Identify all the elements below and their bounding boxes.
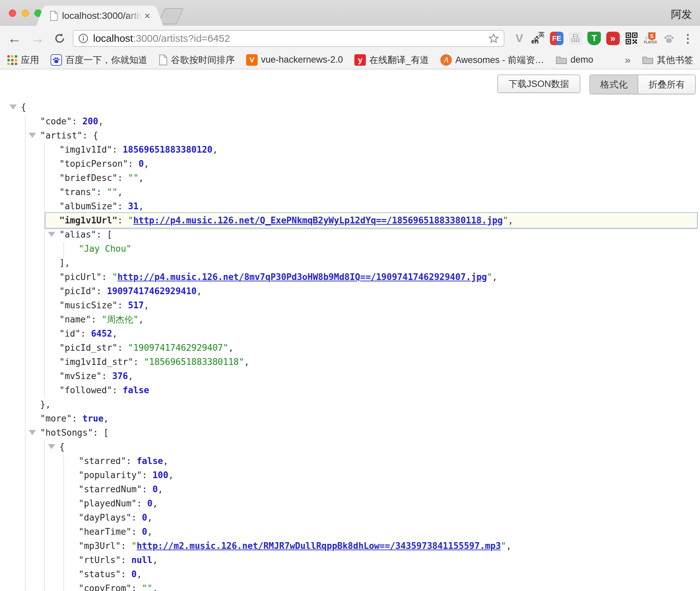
json-token-str: "" — [128, 173, 139, 183]
fe-extension-icon[interactable]: FE — [549, 31, 564, 46]
json-token-punc: , — [128, 371, 134, 381]
json-token-key: "img1v1Id" — [59, 145, 112, 155]
json-token-punc: : [ — [96, 229, 112, 240]
json-row: "hotSongs": [ — [0, 426, 700, 440]
json-url-link[interactable]: http://m2.music.126.net/RMJR7wDullRqppBk… — [137, 541, 501, 551]
bookmark-item-2[interactable]: 谷歌按时间排序 — [159, 54, 235, 66]
json-token-punc: , — [139, 201, 144, 211]
json-row: "mvSize": 376, — [0, 369, 700, 383]
json-token-key: "starredNum" — [79, 484, 142, 494]
json-url-link[interactable]: http://p4.music.126.net/8mv7qP30Pd3oHW8b… — [117, 272, 487, 282]
bookmarks-overflow-chevron[interactable]: » — [625, 54, 631, 66]
json-token-punc: : — [121, 541, 131, 551]
translate-extension-icon[interactable]: ⇄英en — [531, 31, 546, 46]
json-token-num: 0 — [132, 569, 137, 579]
browser-window: localhost:3000/artists?id=645 × 阿发 ← → l… — [0, 0, 700, 591]
json-url-link[interactable]: http://p4.music.126.net/Q_ExePNkmqB2yWyL… — [133, 215, 503, 225]
bookmark-item-4[interactable]: y在线翻译_有道 — [354, 54, 429, 66]
video-fastforward-extension-icon[interactable]: » — [606, 31, 620, 46]
view-mode-group: 格式化 折叠所有 — [589, 74, 696, 94]
tab-close-icon[interactable]: × — [144, 11, 150, 21]
json-row: ], — [0, 256, 700, 270]
tampermonkey-extension-icon[interactable]: T — [587, 31, 602, 46]
collapse-all-button[interactable]: 折叠所有 — [638, 75, 695, 94]
json-row: "alias": [ — [0, 227, 700, 242]
json-token-punc: : — [96, 187, 107, 197]
json-token-punc: ], — [59, 258, 70, 268]
bookmark-item-5[interactable]: AAwesomes - 前端资… — [440, 54, 544, 66]
json-token-punc: : — [121, 569, 131, 579]
other-bookmarks-folder[interactable]: 其他书签 — [642, 54, 693, 66]
bookmark-label: 其他书签 — [657, 54, 693, 66]
address-bar[interactable]: localhost:3000/artists?id=6452 — [73, 30, 504, 47]
minimize-window-button[interactable] — [22, 9, 29, 17]
json-token-num: 0 — [139, 159, 144, 169]
json-token-punc: : — [142, 470, 152, 480]
profile-name[interactable]: 阿发 — [671, 7, 692, 22]
json-token-punc: , — [168, 470, 174, 480]
json-row: "picId": 19097417462929410, — [0, 284, 700, 298]
browser-tab[interactable]: localhost:3000/artists?id=645 × — [45, 6, 154, 26]
json-token-punc: , — [112, 329, 118, 339]
folder-icon — [642, 55, 653, 65]
back-button[interactable]: ← — [7, 31, 22, 45]
json-row: "albumSize": 31, — [0, 199, 700, 213]
json-token-key: "img1v1Id_str" — [59, 357, 133, 367]
forward-button[interactable]: → — [30, 31, 45, 45]
json-token-key: "picId_str" — [59, 343, 117, 353]
json-token-key: "albumSize" — [59, 201, 117, 211]
json-token-key: "more" — [40, 413, 72, 424]
json-token-punc: , — [152, 555, 158, 565]
apps-grid-icon — [7, 55, 18, 65]
json-token-keyb: "img1v1Url" — [59, 215, 117, 225]
json-token-key: "picId" — [59, 286, 96, 296]
json-token-punc: : { — [82, 130, 98, 141]
info-icon[interactable] — [78, 33, 88, 43]
url-text[interactable]: localhost:3000/artists?id=6452 — [93, 33, 486, 44]
json-row: "img1v1Id": 18569651883380120, — [0, 143, 700, 157]
vue-extension-icon[interactable]: V — [512, 31, 527, 46]
json-token-num: 376 — [112, 371, 128, 381]
baidu-paw-icon — [51, 54, 62, 66]
bookmark-star-icon[interactable] — [488, 33, 499, 44]
browser-menu-icon[interactable]: ⋮ — [680, 31, 695, 46]
json-token-strq: " — [132, 541, 137, 551]
json-viewer: {"code": 200,"artist": {"img1v1Id": 1856… — [0, 100, 700, 591]
json-token-num: 18569651883380120 — [123, 145, 212, 155]
close-window-button[interactable] — [9, 9, 16, 17]
json-token-punc: { — [59, 442, 65, 452]
json-token-key: "hearTime" — [79, 527, 132, 537]
bookmark-item-1[interactable]: 百度一下，你就知道 — [51, 54, 147, 66]
json-token-punc: : — [96, 286, 107, 296]
paw-extension-icon[interactable] — [662, 31, 676, 46]
bookmark-item-0[interactable]: 应用 — [7, 54, 39, 66]
json-token-punc: : — [117, 173, 128, 183]
json-token-punc: : — [117, 300, 128, 310]
titlebar: localhost:3000/artists?id=645 × 阿发 — [0, 0, 700, 26]
html5-player-extension-icon[interactable]: s5PLAYER — [643, 31, 658, 46]
url-path: :3000/artists?id=6452 — [133, 33, 230, 44]
bookmark-item-3[interactable]: Vvue-hackernews-2.0 — [246, 54, 343, 66]
json-row: { — [0, 100, 700, 114]
bookmark-label: Awesomes - 前端资… — [455, 54, 544, 66]
json-row: "code": 200, — [0, 114, 700, 128]
json-token-key: "hotSongs" — [40, 428, 93, 438]
page-icon — [50, 11, 58, 21]
json-row: "dayPlays": 0, — [0, 510, 700, 525]
json-token-key: "rtUrls" — [79, 555, 121, 565]
json-token-punc: : — [133, 357, 144, 367]
format-button[interactable]: 格式化 — [590, 75, 638, 94]
download-json-button[interactable]: 下载JSON数据 — [497, 74, 580, 93]
qr-code-extension-icon[interactable] — [624, 31, 639, 46]
json-row: "Jay Chou" — [0, 242, 700, 256]
bookmark-label: 百度一下，你就知道 — [65, 54, 147, 66]
json-token-punc: , — [152, 583, 158, 591]
sitemap-extension-icon[interactable]: 品 — [568, 31, 583, 46]
json-token-str: "" — [107, 187, 117, 197]
json-token-punc: : — [81, 329, 91, 339]
json-token-punc: : [ — [93, 428, 109, 438]
json-token-punc: , — [137, 569, 142, 579]
bookmark-item-6[interactable]: demo — [556, 55, 593, 65]
reload-icon[interactable] — [53, 32, 66, 45]
json-token-strq: " — [503, 215, 508, 225]
